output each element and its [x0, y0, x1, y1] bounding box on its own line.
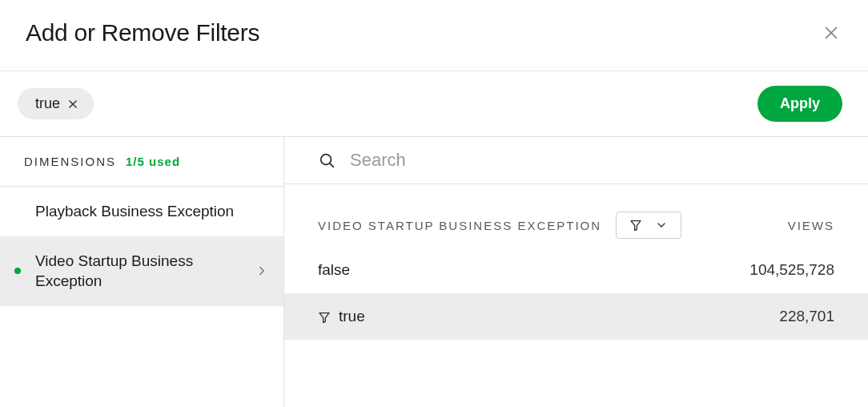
dimension-item-playback-business-exception[interactable]: Playback Business Exception — [0, 187, 283, 236]
active-filter-chips: true — [18, 88, 94, 119]
modal-body: DIMENSIONS 1/5 used Playback Business Ex… — [0, 137, 868, 407]
values-header: VIDEO STARTUP BUSINESS EXCEPTION VIEWS — [284, 184, 868, 247]
chevron-right-icon — [255, 264, 269, 278]
active-dot — [14, 208, 21, 215]
views-column-heading: VIEWS — [788, 219, 834, 232]
dimension-item-video-startup-business-exception[interactable]: Video Startup Business Exception — [0, 236, 283, 306]
svg-line-5 — [330, 163, 333, 167]
dimensions-sidebar: DIMENSIONS 1/5 used Playback Business Ex… — [0, 137, 284, 407]
filter-operator-select[interactable] — [616, 212, 681, 239]
filter-chip-label: true — [35, 95, 60, 112]
close-button[interactable] — [820, 22, 842, 44]
value-views: 104,525,728 — [749, 261, 834, 279]
value-row[interactable]: true 228,701 — [284, 293, 868, 340]
chip-remove-button[interactable] — [66, 98, 79, 111]
dimension-label: Playback Business Exception — [35, 201, 269, 222]
dimension-label: Video Startup Business Exception — [35, 251, 255, 292]
funnel-icon — [318, 310, 331, 323]
filter-chip[interactable]: true — [18, 88, 94, 119]
dimensions-list: Playback Business Exception Video Startu… — [0, 187, 283, 306]
value-label: true — [339, 308, 365, 325]
close-icon — [822, 24, 840, 42]
search-icon — [318, 151, 336, 169]
value-label: false — [318, 261, 350, 279]
values-header-left: VIDEO STARTUP BUSINESS EXCEPTION — [318, 212, 681, 239]
filter-bar: true Apply — [0, 71, 868, 136]
search-input[interactable] — [350, 150, 846, 171]
filters-modal: Add or Remove Filters true Apply DIMENSI… — [0, 0, 868, 407]
dimensions-header: DIMENSIONS 1/5 used — [0, 137, 283, 187]
dimensions-used-count: 1/5 used — [126, 155, 180, 168]
dimensions-heading: DIMENSIONS — [24, 155, 116, 168]
apply-button[interactable]: Apply — [757, 86, 842, 122]
search-row — [284, 137, 868, 184]
close-icon — [67, 99, 78, 110]
modal-header: Add or Remove Filters — [0, 0, 868, 71]
svg-marker-7 — [319, 313, 329, 323]
svg-marker-6 — [631, 221, 641, 231]
value-row[interactable]: false 104,525,728 — [284, 247, 868, 293]
selected-dimension-heading: VIDEO STARTUP BUSINESS EXCEPTION — [318, 219, 601, 232]
active-dot — [14, 268, 21, 274]
values-panel: VIDEO STARTUP BUSINESS EXCEPTION VIEWS f… — [284, 137, 868, 407]
value-views: 228,701 — [779, 308, 834, 325]
funnel-icon — [629, 219, 642, 232]
chevron-down-icon — [655, 219, 668, 232]
modal-title: Add or Remove Filters — [26, 19, 259, 46]
